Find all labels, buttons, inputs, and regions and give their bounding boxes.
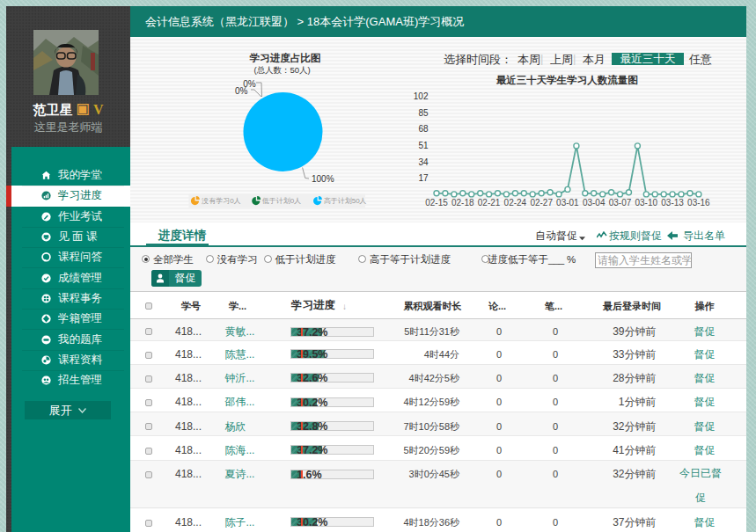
svg-text:02-18: 02-18: [451, 198, 474, 208]
svg-text:0%: 0%: [235, 86, 248, 96]
svg-text:85: 85: [418, 108, 429, 118]
svg-text:低于计划0人: 低于计划0人: [262, 197, 301, 205]
svg-text:03-01: 03-01: [556, 198, 579, 208]
svg-text:68: 68: [418, 124, 429, 134]
svg-text:100%: 100%: [312, 174, 334, 184]
svg-text:03-10: 03-10: [635, 198, 658, 208]
svg-text:51: 51: [418, 141, 429, 150]
svg-text:03-13: 03-13: [661, 198, 684, 208]
svg-text:02-27: 02-27: [530, 198, 553, 208]
svg-text:高于计划50人: 高于计划50人: [324, 197, 367, 205]
svg-text:03-07: 03-07: [609, 198, 632, 208]
svg-text:02-15: 02-15: [425, 198, 448, 208]
svg-text:02-21: 02-21: [478, 198, 501, 208]
svg-text:03-16: 03-16: [687, 198, 710, 208]
svg-text:没有学习0人: 没有学习0人: [201, 197, 240, 205]
svg-text:03-04: 03-04: [583, 198, 606, 208]
svg-text:34: 34: [418, 157, 429, 167]
svg-text:17: 17: [418, 173, 429, 183]
svg-text:02-24: 02-24: [504, 198, 527, 208]
svg-text:最近三十天学生学习人数流量图: 最近三十天学生学习人数流量图: [496, 74, 638, 86]
svg-text:102: 102: [414, 91, 429, 101]
